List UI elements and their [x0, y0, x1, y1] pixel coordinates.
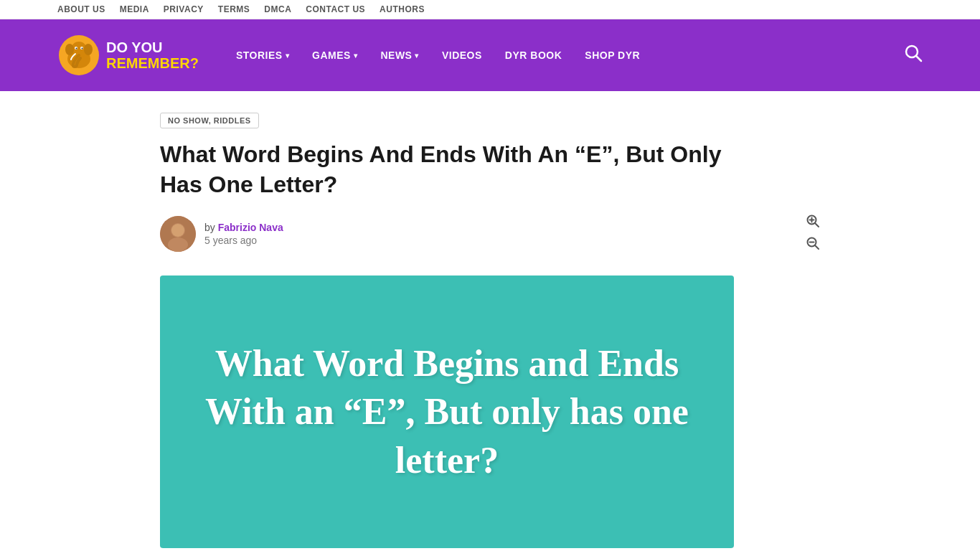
- nav-news[interactable]: NEWS ▾: [372, 44, 428, 67]
- svg-point-14: [171, 224, 184, 237]
- topbar-about-us[interactable]: ABOUT US: [57, 4, 105, 14]
- svg-point-13: [168, 237, 188, 252]
- author-avatar: [160, 216, 196, 252]
- author-by-label: by Fabrizio Nava: [204, 222, 283, 233]
- nav-games[interactable]: GAMES ▾: [303, 44, 366, 67]
- nav-videos[interactable]: VIDEOS: [433, 44, 491, 67]
- svg-line-10: [916, 56, 921, 61]
- article-title: What Word Begins And Ends With An “E”, B…: [160, 140, 748, 199]
- topbar-contact-us[interactable]: CONTACT US: [306, 4, 365, 14]
- svg-point-3: [65, 44, 74, 55]
- nav-links: STORIES ▾ GAMES ▾ NEWS ▾ VIDEOS DYR BOOK…: [227, 44, 904, 67]
- logo-text: DO YOU REMEMBER?: [106, 39, 199, 71]
- category-badge[interactable]: NO SHOW, RIDDLES: [160, 113, 259, 128]
- logo-do-you: DO YOU: [106, 39, 199, 55]
- top-bar: ABOUT US MEDIA PRIVACY TERMS DMCA CONTAC…: [0, 0, 980, 19]
- zoom-icons: [806, 214, 820, 254]
- svg-line-16: [815, 223, 819, 227]
- logo-link[interactable]: DO YOU REMEMBER?: [57, 34, 199, 77]
- zoom-in-icon[interactable]: [806, 214, 820, 232]
- svg-line-20: [815, 245, 819, 249]
- svg-point-8: [82, 48, 83, 50]
- author-name-link[interactable]: Fabrizio Nava: [218, 222, 283, 233]
- nav-stories[interactable]: STORIES ▾: [227, 44, 298, 67]
- svg-point-4: [84, 44, 93, 55]
- news-chevron-icon: ▾: [415, 52, 419, 60]
- article-image-text: What Word Begins and Ends With an “E”, B…: [189, 339, 705, 485]
- stories-chevron-icon: ▾: [286, 52, 290, 60]
- content-area: NO SHOW, RIDDLES What Word Begins And En…: [146, 91, 834, 551]
- nav-shop-dyr[interactable]: SHOP DYR: [576, 44, 649, 67]
- author-row: by Fabrizio Nava 5 years ago: [160, 214, 820, 254]
- logo-elephant-icon: [57, 34, 100, 77]
- topbar-media[interactable]: MEDIA: [120, 4, 149, 14]
- author-info: by Fabrizio Nava 5 years ago: [204, 222, 283, 246]
- author-time: 5 years ago: [204, 235, 283, 246]
- logo-remember: REMEMBER?: [106, 55, 199, 71]
- search-icon[interactable]: [904, 44, 923, 67]
- topbar-privacy[interactable]: PRIVACY: [164, 4, 204, 14]
- zoom-out-icon[interactable]: [806, 236, 820, 254]
- topbar-dmca[interactable]: DMCA: [264, 4, 291, 14]
- svg-point-7: [76, 48, 77, 50]
- topbar-authors[interactable]: AUTHORS: [380, 4, 425, 14]
- nav-dyr-book[interactable]: DYR BOOK: [496, 44, 570, 67]
- games-chevron-icon: ▾: [354, 52, 358, 60]
- main-nav: DO YOU REMEMBER? STORIES ▾ GAMES ▾ NEWS …: [0, 19, 980, 91]
- topbar-terms[interactable]: TERMS: [218, 4, 250, 14]
- article-featured-image: What Word Begins and Ends With an “E”, B…: [160, 276, 734, 548]
